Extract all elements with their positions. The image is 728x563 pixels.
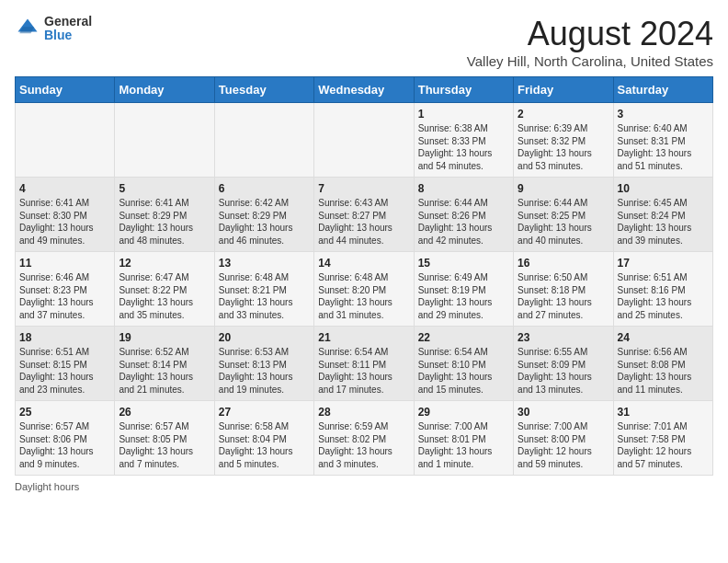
day-info: Sunrise: 6:48 AM Sunset: 8:20 PM Dayligh… [318, 271, 409, 321]
day-cell: 21Sunrise: 6:54 AM Sunset: 8:11 PM Dayli… [314, 327, 414, 401]
day-number: 27 [219, 406, 310, 419]
day-number: 29 [418, 406, 509, 419]
week-row-2: 11Sunrise: 6:46 AM Sunset: 8:23 PM Dayli… [16, 252, 713, 327]
col-saturday: Saturday [613, 77, 712, 103]
day-cell: 6Sunrise: 6:42 AM Sunset: 8:29 PM Daylig… [214, 178, 313, 252]
logo-blue: Blue [44, 29, 92, 42]
day-number: 1 [418, 108, 509, 121]
col-tuesday: Tuesday [214, 77, 313, 103]
day-number: 13 [219, 257, 310, 270]
day-cell: 11Sunrise: 6:46 AM Sunset: 8:23 PM Dayli… [16, 252, 115, 327]
day-number: 23 [518, 331, 609, 344]
day-number: 16 [518, 257, 609, 270]
day-cell: 25Sunrise: 6:57 AM Sunset: 8:06 PM Dayli… [16, 401, 115, 476]
subtitle: Valley Hill, North Carolina, United Stat… [467, 53, 713, 69]
day-info: Sunrise: 6:47 AM Sunset: 8:22 PM Dayligh… [119, 271, 210, 321]
day-cell: 28Sunrise: 6:59 AM Sunset: 8:02 PM Dayli… [314, 401, 414, 476]
day-cell: 22Sunrise: 6:54 AM Sunset: 8:10 PM Dayli… [414, 327, 513, 401]
day-cell: 18Sunrise: 6:51 AM Sunset: 8:15 PM Dayli… [16, 327, 115, 401]
day-cell: 10Sunrise: 6:45 AM Sunset: 8:24 PM Dayli… [613, 178, 712, 252]
day-cell [214, 103, 313, 178]
col-thursday: Thursday [414, 77, 513, 103]
day-info: Sunrise: 6:54 AM Sunset: 8:11 PM Dayligh… [318, 346, 409, 396]
day-number: 9 [518, 182, 609, 195]
day-number: 11 [19, 257, 110, 270]
week-row-1: 4Sunrise: 6:41 AM Sunset: 8:30 PM Daylig… [16, 178, 713, 252]
day-cell [115, 103, 214, 178]
day-info: Sunrise: 6:51 AM Sunset: 8:16 PM Dayligh… [618, 271, 709, 321]
day-info: Sunrise: 6:54 AM Sunset: 8:10 PM Dayligh… [418, 346, 509, 396]
day-number: 8 [418, 182, 509, 195]
day-info: Sunrise: 6:38 AM Sunset: 8:33 PM Dayligh… [418, 122, 509, 172]
day-cell [16, 103, 115, 178]
day-number: 20 [219, 331, 310, 344]
day-number: 31 [618, 406, 709, 419]
col-sunday: Sunday [16, 77, 115, 103]
day-info: Sunrise: 6:44 AM Sunset: 8:25 PM Dayligh… [518, 197, 609, 247]
day-cell: 31Sunrise: 7:01 AM Sunset: 7:58 PM Dayli… [613, 401, 712, 476]
day-info: Sunrise: 7:01 AM Sunset: 7:58 PM Dayligh… [618, 420, 709, 470]
day-cell: 19Sunrise: 6:52 AM Sunset: 8:14 PM Dayli… [115, 327, 214, 401]
day-number: 21 [318, 331, 409, 344]
day-cell: 7Sunrise: 6:43 AM Sunset: 8:27 PM Daylig… [314, 178, 414, 252]
day-number: 14 [318, 257, 409, 270]
day-cell: 8Sunrise: 6:44 AM Sunset: 8:26 PM Daylig… [414, 178, 513, 252]
day-cell: 12Sunrise: 6:47 AM Sunset: 8:22 PM Dayli… [115, 252, 214, 327]
day-number: 4 [19, 182, 110, 195]
day-cell: 29Sunrise: 7:00 AM Sunset: 8:01 PM Dayli… [414, 401, 513, 476]
daylight-hours-label: Daylight hours [15, 481, 79, 492]
day-number: 25 [19, 406, 110, 419]
footer: Daylight hours [15, 481, 713, 492]
header-row: Sunday Monday Tuesday Wednesday Thursday… [16, 77, 713, 103]
main-title: August 2024 [467, 15, 713, 53]
day-cell: 2Sunrise: 6:39 AM Sunset: 8:32 PM Daylig… [514, 103, 613, 178]
day-info: Sunrise: 6:45 AM Sunset: 8:24 PM Dayligh… [618, 197, 709, 247]
day-cell: 5Sunrise: 6:41 AM Sunset: 8:29 PM Daylig… [115, 178, 214, 252]
day-cell: 1Sunrise: 6:38 AM Sunset: 8:33 PM Daylig… [414, 103, 513, 178]
day-cell: 15Sunrise: 6:49 AM Sunset: 8:19 PM Dayli… [414, 252, 513, 327]
week-row-4: 25Sunrise: 6:57 AM Sunset: 8:06 PM Dayli… [16, 401, 713, 476]
day-info: Sunrise: 6:52 AM Sunset: 8:14 PM Dayligh… [119, 346, 210, 396]
day-cell: 17Sunrise: 6:51 AM Sunset: 8:16 PM Dayli… [613, 252, 712, 327]
day-info: Sunrise: 6:51 AM Sunset: 8:15 PM Dayligh… [19, 346, 110, 396]
day-info: Sunrise: 6:57 AM Sunset: 8:06 PM Dayligh… [19, 420, 110, 470]
logo-text: General Blue [44, 15, 92, 43]
day-number: 10 [618, 182, 709, 195]
day-number: 5 [119, 182, 210, 195]
day-cell: 4Sunrise: 6:41 AM Sunset: 8:30 PM Daylig… [16, 178, 115, 252]
day-number: 3 [618, 108, 709, 121]
day-cell: 9Sunrise: 6:44 AM Sunset: 8:25 PM Daylig… [514, 178, 613, 252]
day-number: 7 [318, 182, 409, 195]
day-info: Sunrise: 6:55 AM Sunset: 8:09 PM Dayligh… [518, 346, 609, 396]
title-area: August 2024 Valley Hill, North Carolina,… [467, 15, 713, 69]
day-info: Sunrise: 6:41 AM Sunset: 8:30 PM Dayligh… [19, 197, 110, 247]
day-info: Sunrise: 6:44 AM Sunset: 8:26 PM Dayligh… [418, 197, 509, 247]
day-number: 19 [119, 331, 210, 344]
day-cell: 3Sunrise: 6:40 AM Sunset: 8:31 PM Daylig… [613, 103, 712, 178]
day-info: Sunrise: 6:50 AM Sunset: 8:18 PM Dayligh… [518, 271, 609, 321]
day-number: 18 [19, 331, 110, 344]
day-number: 24 [618, 331, 709, 344]
day-info: Sunrise: 6:48 AM Sunset: 8:21 PM Dayligh… [219, 271, 310, 321]
day-number: 30 [518, 406, 609, 419]
day-cell: 20Sunrise: 6:53 AM Sunset: 8:13 PM Dayli… [214, 327, 313, 401]
day-number: 15 [418, 257, 509, 270]
day-cell: 13Sunrise: 6:48 AM Sunset: 8:21 PM Dayli… [214, 252, 313, 327]
logo: General Blue [15, 15, 92, 43]
day-info: Sunrise: 6:42 AM Sunset: 8:29 PM Dayligh… [219, 197, 310, 247]
day-cell: 23Sunrise: 6:55 AM Sunset: 8:09 PM Dayli… [514, 327, 613, 401]
calendar-body: 1Sunrise: 6:38 AM Sunset: 8:33 PM Daylig… [16, 103, 713, 476]
day-number: 6 [219, 182, 310, 195]
calendar-header: Sunday Monday Tuesday Wednesday Thursday… [16, 77, 713, 103]
col-monday: Monday [115, 77, 214, 103]
day-info: Sunrise: 6:41 AM Sunset: 8:29 PM Dayligh… [119, 197, 210, 247]
calendar-table: Sunday Monday Tuesday Wednesday Thursday… [15, 76, 713, 476]
col-wednesday: Wednesday [314, 77, 414, 103]
day-number: 26 [119, 406, 210, 419]
day-number: 22 [418, 331, 509, 344]
day-number: 17 [618, 257, 709, 270]
day-info: Sunrise: 7:00 AM Sunset: 8:00 PM Dayligh… [518, 420, 609, 470]
day-info: Sunrise: 6:49 AM Sunset: 8:19 PM Dayligh… [418, 271, 509, 321]
week-row-0: 1Sunrise: 6:38 AM Sunset: 8:33 PM Daylig… [16, 103, 713, 178]
day-info: Sunrise: 6:57 AM Sunset: 8:05 PM Dayligh… [119, 420, 210, 470]
